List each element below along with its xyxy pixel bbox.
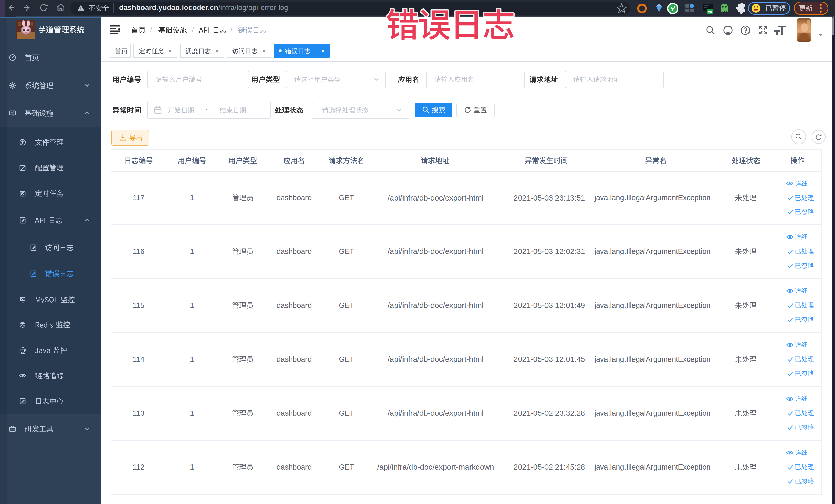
svg-text:on: on [708, 10, 712, 13]
